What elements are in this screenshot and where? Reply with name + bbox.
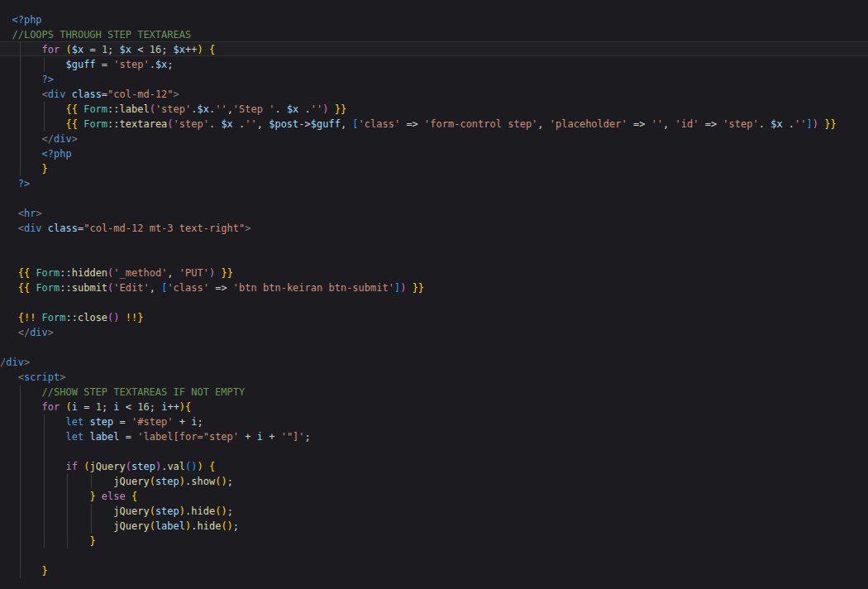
code-line: ?> — [0, 72, 868, 87]
code-line: {{ Form::textarea('step'. $x .'', $post-… — [0, 117, 868, 132]
code-line: } — [0, 563, 868, 578]
code-line: jQuery(label).hide(); — [0, 519, 868, 534]
code-line: ?> — [0, 176, 868, 191]
code-line — [0, 444, 868, 459]
code-line — [0, 340, 868, 355]
code-line: {!! Form::close() !!} — [0, 310, 868, 325]
code-line: for ($x = 1; $x < 16; $x++) { — [0, 42, 868, 57]
code-line: {{ Form::label('step'.$x.'','Step '. $x … — [0, 102, 868, 117]
code-lines: <?php //LOOPS THROUGH STEP TEXTAREAS for… — [0, 0, 868, 589]
code-line: } else { — [0, 489, 868, 504]
code-line — [0, 295, 868, 310]
code-line: for (i = 1; i < 16; i++){ — [0, 400, 868, 414]
code-line — [0, 251, 868, 266]
code-line: <script> — [0, 370, 868, 385]
code-line: {{ Form::submit('Edit', ['class' => 'btn… — [0, 280, 868, 295]
code-line: {{ Form::hidden('_method', 'PUT') }} — [0, 266, 868, 280]
code-line: //SHOW STEP TEXTAREAS IF NOT EMPTY — [0, 385, 868, 400]
code-line: } — [0, 534, 868, 548]
code-line: <?php — [0, 12, 868, 27]
code-line: /div> — [0, 355, 868, 370]
code-line: <hr> — [0, 206, 868, 221]
code-line: //LOOPS THROUGH STEP TEXTAREAS — [0, 27, 868, 42]
code-line: </div> — [0, 325, 868, 340]
code-line: <?php — [0, 146, 868, 161]
code-line: let label = 'label[for="step' + i + '"]'… — [0, 429, 868, 444]
code-line — [0, 236, 868, 251]
code-line — [0, 578, 868, 589]
code-editor[interactable]: <?php //LOOPS THROUGH STEP TEXTAREAS for… — [0, 0, 868, 589]
code-line: </div> — [0, 132, 868, 146]
code-line: let step = '#step' + i; — [0, 414, 868, 429]
code-line: jQuery(step).hide(); — [0, 504, 868, 519]
code-line: if (jQuery(step).val()) { — [0, 459, 868, 474]
code-line: jQuery(step).show(); — [0, 474, 868, 489]
code-line: } — [0, 161, 868, 176]
code-line: $guff = 'step'.$x; — [0, 57, 868, 72]
code-line — [0, 548, 868, 563]
code-line: <div class="col-md-12 mt-3 text-right"> — [0, 221, 868, 236]
code-line: <div class="col-md-12"> — [0, 87, 868, 102]
code-line — [0, 191, 868, 206]
